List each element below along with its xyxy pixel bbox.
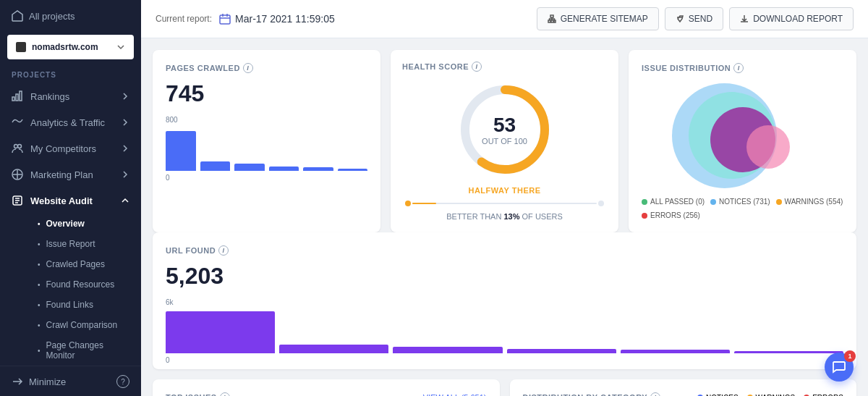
marketing-label: Marketing Plan (30, 169, 93, 180)
issue-dist-legend: ALL PASSED (0) NOTICES (731) WARNINGS (5… (642, 198, 843, 219)
distribution-card: DISTRIBUTION BY CATEGORY i NOTICES WARNI… (510, 379, 857, 396)
chevron-right-icon3 (121, 144, 129, 153)
sidebar-item-analytics[interactable]: Analytics & Traffic (0, 109, 141, 135)
health-score-info[interactable]: i (472, 62, 482, 72)
pages-crawled-value: 745 (166, 80, 367, 107)
view-all-link[interactable]: VIEW ALL (5,651) (423, 393, 487, 396)
halfway-badge: HALFWAY THERE (468, 186, 540, 195)
bar (279, 345, 388, 353)
venn-diagram (671, 82, 815, 190)
dist-legend-errors: ERRORS (804, 394, 843, 397)
minimize-button[interactable]: Minimize ? (0, 366, 141, 396)
download-button[interactable]: DOWNLOAD REPORT (729, 7, 854, 30)
bar (393, 347, 502, 353)
projects-section-label: PROJECTS (0, 62, 141, 83)
pages-crawled-chart: 800 0 (166, 116, 367, 174)
competitors-label: My Competitors (30, 143, 96, 154)
chevron-right-icon2 (121, 118, 129, 127)
top-issues-title: TOP ISSUES i (166, 392, 230, 396)
url-found-chart: 6k 0 (166, 298, 843, 356)
svg-rect-8 (548, 20, 550, 22)
analytics-icon (12, 117, 23, 128)
chat-badge: 1 (844, 350, 856, 362)
bar (166, 311, 275, 354)
issue-dist-title: ISSUE DISTRIBUTION i (642, 63, 843, 73)
pages-crawled-info[interactable]: i (243, 63, 253, 73)
dashboard-content: PAGES CRAWLED i 745 800 0 (141, 38, 868, 396)
svg-rect-10 (554, 20, 556, 22)
progress-dots-row (405, 201, 604, 206)
bar (734, 351, 843, 353)
help-icon[interactable]: ? (116, 375, 129, 388)
generate-sitemap-button[interactable]: GENERATE SITEMAP (537, 7, 659, 30)
bar (303, 167, 333, 171)
donut-chart: 53 OUT OF 100 (454, 79, 556, 180)
chevron-down-icon (116, 43, 125, 51)
chat-button[interactable]: 1 (825, 353, 854, 382)
report-date-value: Mar-17 2021 11:59:05 (235, 13, 335, 25)
sidebar-subitem-crawl-comparison[interactable]: Crawl Comparison (14, 315, 141, 335)
legend-all-passed: ALL PASSED (0) (642, 198, 705, 206)
minimize-label: Minimize (29, 376, 66, 387)
legend-dot-yellow (776, 199, 782, 205)
url-found-info[interactable]: i (218, 245, 229, 256)
health-score-title: HEALTH SCORE i (402, 62, 607, 72)
rankings-label: Rankings (30, 91, 69, 102)
sitemap-icon (548, 14, 556, 23)
domain-label: nomadsrtw.com (32, 42, 111, 52)
chevron-up-icon (121, 196, 129, 205)
domain-selector[interactable]: nomadsrtw.com (7, 35, 134, 59)
dist-legend: NOTICES WARNINGS ERRORS (697, 394, 843, 397)
venn-circle-pink (746, 125, 790, 169)
url-found-title: URL FOUND i (166, 245, 843, 256)
top-issues-info[interactable]: i (220, 392, 230, 396)
sidebar-item-competitors[interactable]: My Competitors (0, 135, 141, 161)
progress-line (412, 203, 597, 204)
sidebar-subitem-page-changes[interactable]: Page Changes Monitor (14, 335, 141, 366)
donut-text: 53 OUT OF 100 (482, 114, 527, 146)
audit-submenu: Overview Issue Report Crawled Pages Foun… (0, 214, 141, 366)
sidebar-item-audit[interactable]: Website Audit (0, 188, 141, 214)
audit-icon (12, 195, 23, 206)
legend-dot-green (642, 199, 647, 205)
sidebar-subitem-found-resources[interactable]: Found Resources (14, 274, 141, 295)
minimize-icon (12, 376, 23, 387)
dist-info[interactable]: i (650, 392, 660, 396)
bar (234, 164, 265, 171)
dist-header: DISTRIBUTION BY CATEGORY i NOTICES WARNI… (523, 392, 844, 396)
all-projects-link[interactable]: All projects (0, 0, 141, 32)
sidebar-subitem-found-links[interactable]: Found Links (14, 295, 141, 315)
calendar-icon (219, 13, 231, 25)
sidebar-subitem-crawled-pages[interactable]: Crawled Pages (14, 254, 141, 274)
header-actions: GENERATE SITEMAP SEND DOWNLOAD REPORT (537, 7, 854, 30)
sidebar-subitem-issue-report[interactable]: Issue Report (14, 234, 141, 254)
venn-area (642, 80, 843, 192)
sidebar-item-marketing[interactable]: Marketing Plan (0, 161, 141, 188)
url-chart-labels: 6k (166, 298, 843, 306)
chat-icon (832, 360, 846, 374)
svg-rect-9 (551, 20, 553, 22)
send-button[interactable]: SEND (665, 7, 723, 30)
chart-bottom-labels: 0 (166, 174, 367, 182)
sidebar-subitem-overview[interactable]: Overview (14, 214, 141, 234)
chevron-right-icon4 (121, 170, 129, 179)
chevron-right-icon (121, 92, 129, 101)
top-cards-row: PAGES CRAWLED i 745 800 0 (153, 50, 856, 232)
marketing-icon (12, 169, 23, 180)
health-score-card: HEALTH SCORE i 53 OUT OF 100 HALFWAY THE… (391, 50, 618, 232)
page-header: Current report: Mar-17 2021 11:59:05 GEN… (141, 0, 868, 38)
legend-notices: NOTICES (731) (710, 198, 770, 206)
download-icon (740, 14, 749, 23)
url-chart-bottom: 0 (166, 356, 843, 364)
bar (269, 167, 299, 172)
url-found-card: URL FOUND i 5,203 6k 0 (153, 232, 856, 369)
progress-end-dot (598, 201, 604, 206)
sidebar: All projects nomadsrtw.com PROJECTS Rank… (0, 0, 141, 396)
sidebar-item-rankings[interactable]: Rankings (0, 83, 141, 109)
bar (166, 131, 196, 171)
issue-dist-info[interactable]: i (733, 63, 744, 73)
report-date: Mar-17 2021 11:59:05 (219, 13, 335, 25)
progress-fill (412, 203, 436, 204)
svg-rect-1 (16, 94, 18, 101)
legend-dot-blue (710, 199, 716, 205)
